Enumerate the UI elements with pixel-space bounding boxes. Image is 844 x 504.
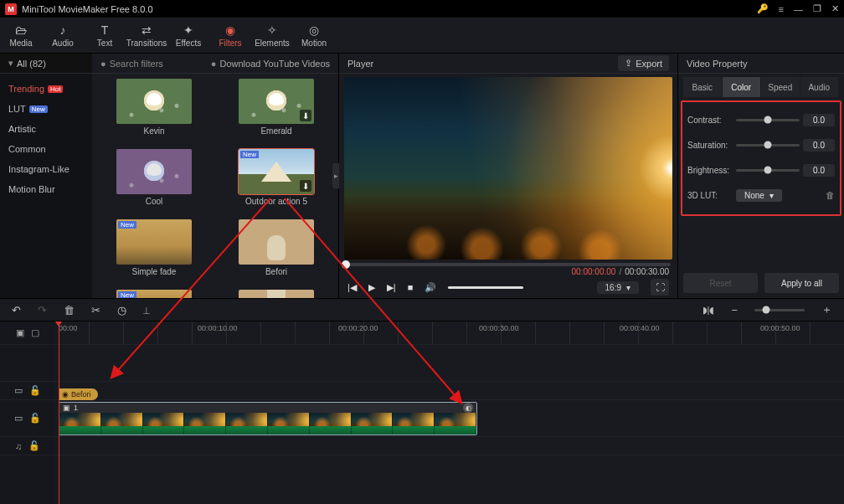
minimize-icon[interactable]: — bbox=[794, 4, 803, 14]
contrast-label: Contrast: bbox=[687, 116, 733, 125]
transitions-icon: ⇄ bbox=[142, 23, 152, 37]
category-lut[interactable]: LUT New bbox=[0, 99, 92, 119]
tab-elements[interactable]: ✧ Elements bbox=[251, 18, 293, 54]
split-icon[interactable]: ✂ bbox=[91, 304, 100, 316]
speed-icon[interactable]: ◷ bbox=[117, 304, 126, 316]
tab-motion[interactable]: ◎ Motion bbox=[293, 18, 335, 54]
zoom-in-icon[interactable]: ＋ bbox=[821, 302, 832, 317]
redo-icon[interactable]: ↷ bbox=[38, 304, 47, 316]
filter-item-emerald[interactable]: ⬇ Emerald bbox=[218, 79, 335, 146]
property-tabs: Basic Color Speed Audio bbox=[683, 77, 839, 97]
fullscreen-icon[interactable]: ⛶ bbox=[651, 279, 669, 296]
menu-icon[interactable]: ≡ bbox=[779, 4, 784, 14]
text-track-icon[interactable]: ▭ bbox=[14, 385, 23, 396]
category-trending[interactable]: Trending Hot bbox=[0, 79, 92, 99]
delete-icon[interactable]: 🗑 bbox=[64, 304, 75, 316]
trash-icon[interactable]: 🗑 bbox=[826, 190, 835, 200]
clip-cam-icon: ▣ bbox=[63, 404, 70, 412]
timeline-body[interactable]: 00:00 00:00:10.00 00:00:20.00 00:00:30.0… bbox=[55, 321, 844, 504]
filter-item-kevin[interactable]: Kevin bbox=[95, 79, 213, 146]
category-artistic[interactable]: Artistic bbox=[0, 119, 92, 139]
apply-all-button[interactable]: Apply to all bbox=[764, 273, 839, 293]
export-button[interactable]: ⇪ Export bbox=[618, 55, 669, 71]
video-clip[interactable]: ▣ 1 ◐ bbox=[59, 402, 477, 435]
download-youtube-button[interactable]: ● Download YouTube Videos bbox=[203, 59, 338, 69]
saturation-slider[interactable] bbox=[736, 144, 800, 147]
chevron-down-icon: ▾ bbox=[769, 191, 774, 200]
filters-all-toggle[interactable]: ▾ All (82) bbox=[0, 54, 92, 73]
filter-track[interactable]: ◉ Befori bbox=[55, 382, 844, 400]
contrast-slider[interactable] bbox=[736, 119, 800, 121]
preview-viewport[interactable] bbox=[344, 77, 672, 260]
maximize-icon[interactable]: ❐ bbox=[813, 3, 821, 14]
prop-tab-audio[interactable]: Audio bbox=[800, 77, 840, 97]
panel-expander[interactable]: ▸ bbox=[332, 163, 339, 188]
close-icon[interactable]: ✕ bbox=[831, 3, 839, 14]
tab-label: Effects bbox=[176, 39, 201, 48]
auto-volume-icon[interactable]: ◗|◖ bbox=[702, 305, 715, 316]
track-headers: ▣ ▢ ▭ 🔓 ▭ 🔓 ♫ 🔓 bbox=[0, 321, 55, 504]
clip-end-marker-icon: ◐ bbox=[463, 403, 473, 413]
brightness-slider[interactable] bbox=[736, 169, 800, 172]
prop-tab-basic[interactable]: Basic bbox=[683, 77, 723, 97]
volume-icon[interactable]: 🔊 bbox=[425, 282, 436, 293]
search-filters-input[interactable]: ● Search filters bbox=[92, 59, 203, 69]
audio-icon: ♪ bbox=[60, 23, 66, 37]
crop-icon[interactable]: ⟂ bbox=[143, 304, 150, 316]
time-ruler[interactable]: 00:00 00:00:10.00 00:00:20.00 00:00:30.0… bbox=[55, 321, 844, 345]
seek-handle[interactable] bbox=[342, 260, 350, 269]
category-motion-blur[interactable]: Motion Blur bbox=[0, 179, 92, 199]
ruler-label: 00:00:50.00 bbox=[760, 324, 800, 332]
tab-effects[interactable]: ✦ Effects bbox=[167, 18, 209, 54]
filter-item-outdoor-action-5[interactable]: New⬇ Outdoor action 5 bbox=[218, 149, 335, 216]
stop-icon[interactable]: ■ bbox=[408, 282, 414, 292]
tab-text[interactable]: T Text bbox=[84, 18, 126, 54]
prop-tab-color[interactable]: Color bbox=[723, 77, 762, 97]
playhead[interactable] bbox=[59, 321, 59, 504]
new-badge: New bbox=[29, 105, 48, 113]
category-common[interactable]: Common bbox=[0, 139, 92, 159]
zoom-out-icon[interactable]: − bbox=[731, 304, 738, 316]
zoom-slider[interactable] bbox=[754, 309, 805, 311]
filter-item-simple-fade[interactable]: New Simple fade bbox=[95, 219, 213, 286]
reset-button[interactable]: Reset bbox=[683, 273, 758, 293]
aspect-ratio-select[interactable]: 16:9 ▾ bbox=[597, 281, 639, 294]
media-icon: 🗁 bbox=[15, 23, 27, 37]
filter-item-partial-1[interactable]: New bbox=[95, 290, 213, 298]
prev-frame-icon[interactable]: |◀ bbox=[347, 282, 357, 293]
seek-bar[interactable] bbox=[346, 263, 671, 266]
lock-icon[interactable]: 🔓 bbox=[28, 440, 40, 451]
next-frame-icon[interactable]: ▶| bbox=[387, 282, 396, 293]
contrast-value[interactable]: 0.0 bbox=[803, 114, 835, 126]
tab-filters[interactable]: ◉ Filters bbox=[209, 18, 251, 54]
video-track[interactable]: ▣ 1 ◐ bbox=[55, 400, 844, 437]
undo-icon[interactable]: ↶ bbox=[12, 304, 21, 316]
play-icon[interactable]: ▶ bbox=[368, 282, 375, 293]
video-track-icon[interactable]: ▭ bbox=[14, 413, 23, 424]
audio-track[interactable] bbox=[55, 437, 844, 455]
brightness-value[interactable]: 0.0 bbox=[803, 164, 835, 177]
layer-icon[interactable]: ▣ bbox=[16, 327, 24, 338]
timecode: 00:00:00.00 / 00:00:30.00 bbox=[339, 266, 677, 276]
saturation-value[interactable]: 0.0 bbox=[803, 139, 835, 152]
chevron-down-icon: ▾ bbox=[8, 58, 13, 69]
timeline: ▣ ▢ ▭ 🔓 ▭ 🔓 ♫ 🔓 00:00 00:00:10.00 00:00:… bbox=[0, 321, 844, 504]
audio-track-icon[interactable]: ♫ bbox=[15, 441, 22, 451]
lock-icon[interactable]: 🔓 bbox=[29, 413, 41, 424]
upgrade-key-icon[interactable]: 🔑 bbox=[757, 3, 769, 14]
category-instagram[interactable]: Instagram-Like bbox=[0, 159, 92, 179]
lut-select[interactable]: None ▾ bbox=[736, 189, 782, 202]
tab-media[interactable]: 🗁 Media bbox=[0, 18, 42, 54]
lock-icon[interactable]: 🔓 bbox=[29, 385, 41, 396]
layer-copy-icon[interactable]: ▢ bbox=[31, 327, 39, 338]
filter-clip[interactable]: ◉ Befori bbox=[59, 388, 98, 400]
filter-item-befori[interactable]: Befori bbox=[218, 219, 335, 286]
tab-transitions[interactable]: ⇄ Transitions bbox=[126, 18, 167, 54]
filter-item-partial-2[interactable] bbox=[218, 290, 335, 298]
title-bar: M MiniTool MovieMaker Free 8.0.0 🔑 ≡ — ❐… bbox=[0, 0, 844, 18]
tab-audio[interactable]: ♪ Audio bbox=[42, 18, 84, 54]
volume-slider[interactable] bbox=[448, 286, 523, 289]
props-title: Video Property bbox=[687, 59, 748, 69]
filter-item-cool[interactable]: Cool bbox=[95, 149, 213, 216]
prop-tab-speed[interactable]: Speed bbox=[761, 77, 800, 97]
